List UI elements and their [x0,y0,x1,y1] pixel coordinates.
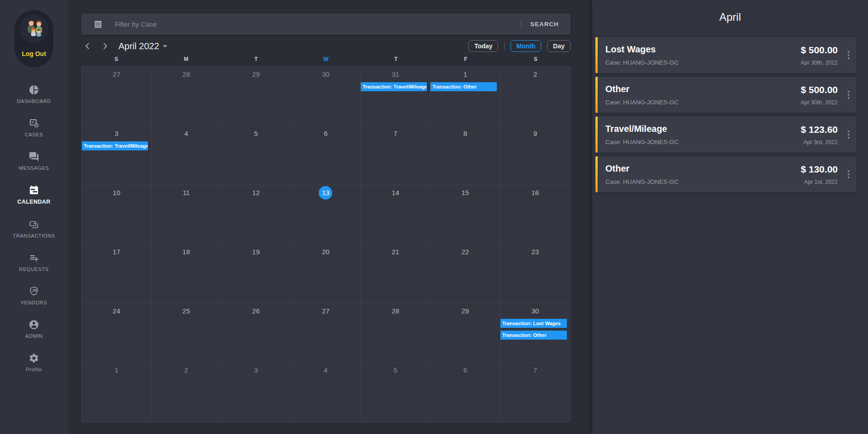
calendar-day-cell[interactable]: 27 [291,303,361,363]
sidebar-item-label: Profile [26,367,42,372]
calendar-day-cell[interactable]: 15 [430,185,500,244]
sidebar-item-calendar[interactable]: CALENDAR [0,185,68,205]
calendar-day-cell[interactable]: 5 [222,126,291,185]
transaction-title: Other [605,163,679,174]
calendar-day-cell[interactable]: 25 [151,303,221,363]
calendar-day-cell[interactable]: 14 [361,185,430,244]
sidebar-item-label: VENDORS [21,300,47,305]
sidebar-item-messages[interactable]: MESSAGES [0,151,68,171]
day-number: 6 [291,126,360,144]
day-number: 26 [222,303,291,322]
logout-button[interactable]: Log Out [14,10,53,67]
calendar-day-cell[interactable]: 28 [151,67,221,126]
calendar-day-cell[interactable]: 23 [500,244,570,303]
sidebar-item-dashboard[interactable]: DASHBOARD [0,84,68,104]
family-avatar-illustration [19,14,48,43]
calendar-day-cell[interactable]: 18 [151,244,221,303]
month-year-dropdown[interactable]: April 2022 [118,41,167,51]
sidebar-item-cases[interactable]: CASES [0,118,68,137]
calendar-day-cell[interactable]: 21 [361,244,430,303]
calendar-event-chip[interactable]: Transaction: Travel/Mileage [82,141,148,150]
calendar-day-cell[interactable]: 1 Transaction: Other [430,67,500,126]
sidebar-item-transactions[interactable]: TRANSACTIONS [0,219,68,238]
today-button[interactable]: Today [468,40,498,52]
calendar-event-chip[interactable]: Transaction: Travel/Mileage [361,82,427,91]
transaction-card[interactable]: Travel/Mileage Case: HUANG-JONES-GC $ 12… [595,117,857,153]
calendar-day-cell[interactable]: 10 [82,185,151,244]
calendar-day-cell[interactable]: 22 [430,244,500,303]
day-number: 1 [82,363,151,381]
calendar-event-chip[interactable]: Transaction: Other [430,82,496,91]
calendar-grid: 27 28 29 30 31 Transaction: Travel/Milea… [81,66,571,422]
day-number: 29 [222,67,291,85]
calendar-day-cell[interactable]: 7 [361,126,430,185]
calendar-day-cell[interactable]: 5 [361,363,430,422]
sidebar-item-profile[interactable]: Profile [0,353,68,372]
card-menu-kebab-icon[interactable] [846,48,851,62]
day-number: 11 [151,185,221,203]
calendar-day-cell[interactable]: 29 [222,67,291,126]
prev-month-button[interactable] [81,40,93,52]
filter-by-case-input[interactable] [115,20,521,28]
sidebar-item-admin[interactable]: ADMIN [0,319,68,339]
card-menu-kebab-icon[interactable] [846,88,851,102]
day-number: 17 [82,244,151,262]
month-view-button[interactable]: Month [510,40,541,52]
calendar-day-cell[interactable]: 26 [222,303,291,363]
next-month-button[interactable] [99,40,111,52]
transaction-case: Case: HUANG-JONES-GC [605,59,679,66]
calendar-day-cell[interactable]: 13 [291,185,361,244]
calendar-day-cell[interactable]: 2 [500,67,570,126]
day-view-button[interactable]: Day [547,40,571,52]
calendar-day-cell[interactable]: 1 [82,363,151,422]
calendar-day-cell[interactable]: 9 [500,126,570,185]
day-number: 30 [291,67,360,85]
app-root: Log Out DASHBOARD CASES MESSAGES [0,0,868,434]
calendar-day-cell[interactable]: 17 [82,244,151,303]
transaction-date: Apr 3rd, 2022 [801,139,838,145]
calendar-day-cell[interactable]: 4 [291,363,361,422]
card-menu-kebab-icon[interactable] [846,128,851,141]
event-chips: Transaction: Travel/Mileage [361,82,430,91]
sidebar-item-label: MESSAGES [19,165,49,171]
calendar-day-cell[interactable]: 6 [291,126,361,185]
transaction-card[interactable]: Lost Wages Case: HUANG-JONES-GC $ 500.00… [595,37,857,73]
transaction-card[interactable]: Other Case: HUANG-JONES-GC $ 130.00 Apr … [595,156,857,192]
calendar-day-cell[interactable]: 6 [430,363,500,422]
calendar-day-cell[interactable]: 28 [361,303,430,363]
day-number: 7 [500,363,570,381]
calendar-day-cell[interactable]: 16 [500,185,570,244]
filter-bar: SEARCH [81,14,571,35]
calendar-day-cell[interactable]: 27 [82,67,151,126]
weekday-header: S [81,56,151,66]
calendar-day-cell[interactable]: 3 [222,363,291,422]
calendar-event-chip[interactable]: Transaction: Other [500,331,567,340]
day-number: 28 [361,303,430,322]
card-menu-kebab-icon[interactable] [846,168,851,181]
calendar-day-cell[interactable]: 11 [151,185,221,244]
calendar-day-cell[interactable]: 8 [430,126,500,185]
transaction-card[interactable]: Other Case: HUANG-JONES-GC $ 500.00 Apr … [595,77,857,113]
search-button[interactable]: SEARCH [530,21,559,28]
today-badge[interactable]: 13 [319,186,332,200]
sidebar-item-vendors[interactable]: VENDORS [0,286,68,305]
calendar-day-cell[interactable]: 24 [82,303,151,363]
calendar-day-cell[interactable]: 20 [291,244,361,303]
calendar-day-cell[interactable]: 12 [222,185,291,244]
day-number: 13 [291,185,360,203]
calendar-event-chip[interactable]: Transaction: Lost Wages [500,319,567,328]
messages-icon [28,151,39,162]
calendar-day-cell[interactable]: 2 [151,363,221,422]
calendar-day-cell[interactable]: 4 [151,126,221,185]
calendar-day-cell[interactable]: 29 [430,303,500,363]
calendar-day-cell[interactable]: 19 [222,244,291,303]
day-number: 5 [222,126,291,144]
calendar-day-cell[interactable]: 3 Transaction: Travel/Mileage [82,126,151,185]
calendar-day-cell[interactable]: 7 [500,363,570,422]
calendar-day-cell[interactable]: 31 Transaction: Travel/Mileage [361,67,430,126]
day-number: 7 [361,126,430,144]
day-number: 16 [500,185,570,203]
calendar-day-cell[interactable]: 30 Transaction: Lost Wages Transaction: … [500,303,570,363]
sidebar-item-requests[interactable]: REQUESTS [0,252,68,272]
calendar-day-cell[interactable]: 30 [291,67,361,126]
